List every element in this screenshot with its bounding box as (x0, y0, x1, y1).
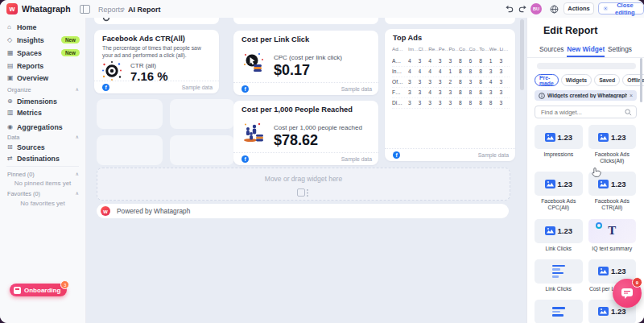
column-header[interactable]: Cl… (419, 46, 429, 52)
sidebar-item-spaces[interactable]: ▦ Spaces New (0, 48, 85, 58)
sidebar-item-home[interactable]: ⌂ Home (0, 22, 85, 32)
ghost-widget-placeholder (170, 135, 234, 165)
column-header[interactable]: Co… (459, 46, 469, 52)
widget-dropzone[interactable]: Move or drag widget here (97, 168, 510, 201)
powered-by-bar: w Powered by Whatagraph (97, 204, 509, 218)
column-header[interactable]: To… (479, 46, 489, 52)
people-reached-icon (243, 122, 264, 143)
widget-facebook-ads-ctr[interactable]: Facebook Ads CTR(All) The percentage of … (94, 30, 219, 93)
section-data: Data (7, 134, 19, 141)
column-header[interactable]: Co… (469, 46, 480, 52)
tab-settings[interactable]: Settings (608, 43, 632, 57)
widget-top-ads[interactable]: Top Ads Ad… Im… ▾ Cl… Re… Pe… Po… Co… Co… (385, 29, 515, 161)
filter-saved[interactable]: Saved (594, 74, 620, 86)
table-header-row: Ad… Im… ▾ Cl… Re… Pe… Po… Co… Co… To… We… (392, 46, 510, 52)
widget-footer: f Sample data (385, 148, 515, 161)
metrics-icon: ▥ (7, 109, 17, 116)
user-avatar[interactable]: BU (530, 3, 542, 14)
whatagraph-logo-icon: w (6, 3, 18, 14)
widget-tile-facebook-ads-cpc[interactable]: 1.23 Facebook Ads CPC(All) (535, 172, 583, 211)
partial-widget-icon (102, 18, 110, 22)
metric-value: $0.17 (274, 62, 310, 79)
tab-new-widget[interactable]: New Widget (567, 43, 605, 57)
widget-tile-iq-text-summary[interactable]: T IQ text summary (588, 219, 637, 252)
undo-icon[interactable] (504, 4, 514, 14)
bar-list-icon (552, 307, 565, 317)
reports-icon: ▤ (7, 62, 17, 69)
collapse-caret-icon[interactable]: ∧ (76, 134, 79, 139)
breadcrumb-section[interactable]: Reports (98, 6, 124, 14)
facebook-icon: f (242, 85, 249, 93)
breadcrumb-current: AI Report (128, 6, 161, 14)
iq-gradient-icon (596, 222, 602, 229)
sidebar-item-sources[interactable]: ⊞ Sources (0, 142, 85, 152)
widget-cost-per-1000-people[interactable]: Cost per 1,000 People Reached Cost per 1… (233, 101, 378, 165)
column-header[interactable]: Pe… (439, 46, 449, 52)
section-organize: Organize (7, 86, 31, 93)
widget-tile-impressions[interactable]: 1.23 Impressions (535, 125, 583, 164)
column-header[interactable]: Re… (428, 46, 439, 52)
tab-sources[interactable]: Sources (539, 43, 564, 57)
sources-icon: ⊞ (7, 143, 17, 151)
collapse-caret-icon[interactable]: ∧ (76, 190, 79, 196)
widget-tile-partial[interactable] (535, 300, 583, 323)
image-metric-icon (598, 307, 609, 316)
canvas-scrollbar[interactable] (520, 19, 524, 90)
banner-close-icon[interactable]: × (630, 93, 633, 98)
sidebar-item-overview[interactable]: ▣ Overview (0, 72, 85, 83)
table-row: Of…3333283843 (392, 77, 510, 88)
image-metric-icon (598, 133, 609, 142)
panel-tabs: Sources New Widget Settings (527, 43, 644, 58)
section-pinned[interactable]: Pinned (0) (7, 171, 35, 178)
search-input[interactable] (539, 108, 622, 117)
collapse-caret-icon[interactable]: ∧ (76, 86, 79, 92)
divider (6, 166, 79, 167)
section-favorites[interactable]: Favorites (0) (7, 190, 40, 197)
table-row: Di…3333388883 (392, 97, 510, 109)
sidebar-item-metrics[interactable]: ▥ Metrics (0, 107, 85, 118)
widget-search (535, 106, 637, 118)
new-badge: New (61, 36, 80, 43)
sidebar-collapse-icon[interactable] (80, 5, 90, 14)
whatagraph-logo-icon: w (101, 206, 110, 216)
facebook-icon: f (393, 151, 400, 159)
redo-icon[interactable] (518, 4, 527, 14)
filter-pre-made[interactable]: Pre-made (535, 74, 559, 86)
actions-button[interactable]: Actions (564, 2, 594, 14)
widget-cost-per-link-click[interactable]: Cost per Link Click CPC (cost per link c… (233, 31, 378, 95)
report-canvas: Facebook Ads CTR(All) The percentage of … (85, 18, 527, 323)
sidebar-item-dimensions[interactable]: ⊕ Dimensions (0, 96, 85, 106)
close-editing-button[interactable]: Close editing (598, 2, 644, 14)
widget-title: Cost per 1,000 People Reached (242, 106, 353, 114)
widget-footer: f Sample data (94, 81, 219, 93)
column-header-sorted[interactable]: Im… ▾ (408, 46, 419, 52)
home-icon: ⌂ (7, 23, 17, 31)
table-row: In…4444188833 (392, 66, 510, 77)
panel-scrollbar[interactable] (640, 58, 642, 102)
widget-tile-link-clicks[interactable]: 1.23 Link Clicks (535, 219, 583, 252)
column-header[interactable]: Po… (448, 46, 459, 52)
sidebar-item-reports[interactable]: ▤ Reports (0, 60, 85, 71)
info-icon (539, 93, 545, 99)
sidebar-item-aggregations[interactable]: ◉ Aggregations (0, 122, 85, 132)
column-header[interactable]: Ad… (392, 46, 408, 52)
collapse-caret-icon[interactable]: ∧ (76, 171, 79, 176)
dropzone-label: Move or drag widget here (97, 175, 510, 183)
column-header[interactable]: We… (489, 46, 500, 52)
spaces-icon: ▦ (7, 49, 17, 56)
globe-icon[interactable] (549, 4, 559, 14)
widget-tile-facebook-ads-clicks[interactable]: 1.23 Facebook Ads Clicks(All) (588, 125, 637, 164)
sample-data-label: Sample data (341, 86, 372, 92)
image-metric-icon (545, 133, 555, 142)
sidebar-item-insights[interactable]: ◇ Insights New (0, 35, 85, 45)
sidebar-item-destinations[interactable]: ⇄ Destinations (0, 153, 85, 164)
metric-label: Cost per 1,000 people reached (274, 124, 362, 131)
chat-launcher-button[interactable]: 9 (613, 279, 642, 308)
powered-by-label: Powered by Whatagraph (117, 207, 190, 215)
filter-widgets[interactable]: Widgets (561, 74, 592, 86)
widget-tile-link-clicks-list[interactable]: Link Clicks (535, 259, 583, 292)
column-header[interactable]: Li… (499, 46, 510, 52)
onboarding-button[interactable]: Onboarding 3 (10, 284, 67, 296)
scrolled-widget-partial (94, 18, 219, 24)
image-metric-icon (545, 226, 555, 235)
